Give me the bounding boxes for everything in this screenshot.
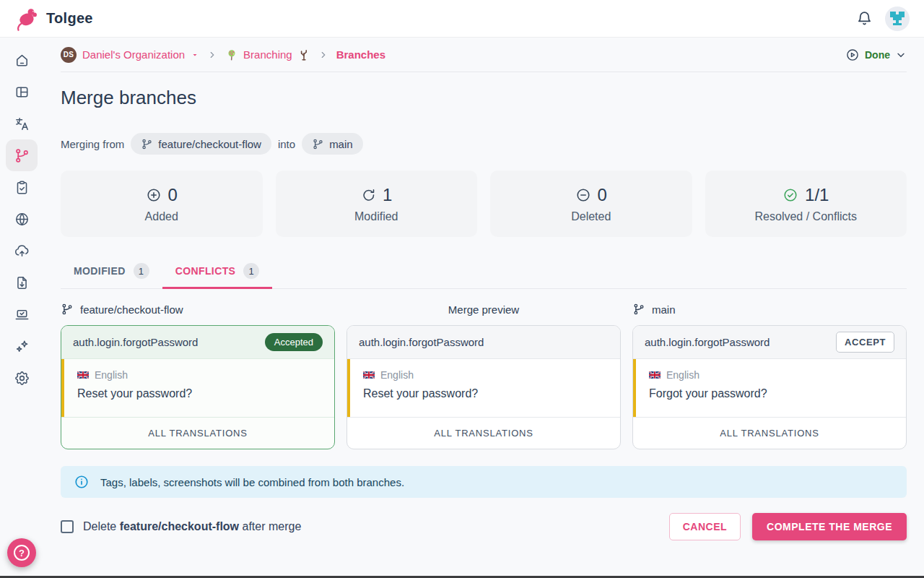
translation-state-stripe bbox=[347, 359, 350, 417]
breadcrumb-organization[interactable]: DS Daniel's Organization bbox=[61, 47, 199, 63]
stat-card-deleted: 0 Deleted bbox=[490, 171, 692, 237]
delete-branch-label[interactable]: Delete feature/checkout-flow after merge bbox=[83, 520, 301, 533]
sidebar-item-integrate[interactable] bbox=[6, 298, 38, 330]
conflict-cards: auth.login.forgotPassword Accepted bbox=[61, 325, 907, 449]
language-label: English bbox=[666, 369, 699, 381]
info-banner-text: Tags, labels, screenshots will be combin… bbox=[100, 476, 404, 488]
git-branch-icon bbox=[14, 147, 30, 164]
cancel-button[interactable]: CANCEL bbox=[669, 513, 741, 540]
target-branch-chip: main bbox=[302, 133, 363, 155]
column-header-target: main bbox=[632, 303, 907, 316]
tab-label: CONFLICTS bbox=[175, 265, 236, 277]
notifications-button[interactable] bbox=[855, 9, 873, 27]
card-body: English Forgot your password? bbox=[633, 359, 906, 417]
sidebar-item-branches[interactable] bbox=[6, 139, 38, 171]
column-header-preview: Merge preview bbox=[346, 303, 621, 316]
caret-down-icon bbox=[191, 51, 199, 59]
file-download-icon bbox=[14, 275, 30, 291]
accepted-badge[interactable]: Accepted bbox=[265, 333, 323, 351]
card-body: English Reset your password? bbox=[61, 359, 334, 417]
info-circle-icon bbox=[74, 474, 90, 490]
sidebar-item-board[interactable] bbox=[6, 76, 38, 108]
complete-merge-button[interactable]: COMPLETE THE MERGE bbox=[752, 513, 907, 540]
target-branch-name: main bbox=[329, 138, 353, 150]
tab-modified[interactable]: MODIFIED 1 bbox=[61, 255, 162, 288]
all-translations-button[interactable]: ALL TRANSLATIONS bbox=[347, 417, 620, 449]
translation-text: Reset your password? bbox=[77, 387, 323, 400]
board-layout-icon bbox=[14, 84, 30, 100]
delete-label-branch: feature/checkout-flow bbox=[120, 520, 239, 532]
sidebar bbox=[0, 38, 43, 578]
delete-label-suffix: after merge bbox=[243, 520, 302, 532]
card-body: English Reset your password? bbox=[347, 359, 620, 417]
sidebar-item-languages[interactable] bbox=[6, 203, 38, 235]
bell-icon bbox=[855, 9, 873, 27]
sidebar-item-export[interactable] bbox=[6, 267, 38, 298]
translation-text: Reset your password? bbox=[363, 387, 609, 400]
tolgee-mouse-icon bbox=[14, 7, 39, 31]
info-banner: Tags, labels, screenshots will be combin… bbox=[61, 466, 907, 498]
tab-conflicts[interactable]: CONFLICTS 1 bbox=[162, 255, 273, 288]
column-header-source: feature/checkout-flow bbox=[61, 303, 335, 316]
git-branch-icon bbox=[61, 303, 74, 316]
stat-label: Deleted bbox=[571, 210, 611, 223]
state-filter-dropdown[interactable]: Done bbox=[845, 48, 907, 62]
translation-key: auth.login.forgotPassword bbox=[73, 336, 198, 348]
circle-minus-icon bbox=[575, 187, 591, 203]
source-branch-chip: feature/checkout-flow bbox=[131, 133, 271, 155]
sidebar-item-ai[interactable] bbox=[6, 330, 38, 362]
git-branch-icon bbox=[312, 138, 324, 150]
tab-label: MODIFIED bbox=[74, 265, 126, 277]
card-header: auth.login.forgotPassword Accepted bbox=[61, 326, 334, 359]
branches-page-label: Branches bbox=[336, 48, 385, 61]
sidebar-item-publish[interactable] bbox=[6, 235, 38, 267]
stat-value: 1/1 bbox=[805, 185, 829, 205]
column-title: feature/checkout-flow bbox=[80, 303, 183, 316]
card-header: auth.login.forgotPassword bbox=[347, 326, 620, 359]
tab-count-badge: 1 bbox=[243, 263, 259, 279]
sidebar-item-home[interactable] bbox=[6, 44, 38, 76]
merge-stats: 0 Added 1 Modified 0 bbox=[61, 171, 907, 237]
chevron-right-icon bbox=[207, 50, 217, 60]
all-translations-button[interactable]: ALL TRANSLATIONS bbox=[61, 417, 334, 449]
delete-label-prefix: Delete bbox=[83, 520, 120, 532]
bare-tree-icon bbox=[297, 48, 310, 61]
chevron-down-icon bbox=[895, 49, 907, 61]
clipboard-check-icon bbox=[14, 179, 30, 196]
uk-flag-icon bbox=[77, 371, 89, 379]
uk-flag-icon bbox=[363, 371, 375, 379]
git-branch-icon bbox=[632, 303, 645, 316]
column-title: Merge preview bbox=[448, 303, 519, 316]
language-label: English bbox=[380, 369, 414, 381]
delete-branch-checkbox[interactable] bbox=[61, 520, 74, 533]
card-header: auth.login.forgotPassword ACCEPT bbox=[633, 326, 906, 359]
breadcrumb: DS Daniel's Organization B bbox=[61, 38, 907, 72]
question-mark-icon: ? bbox=[14, 545, 30, 561]
breadcrumb-project[interactable]: Branching bbox=[225, 48, 310, 61]
breadcrumb-branches[interactable]: Branches bbox=[336, 48, 385, 61]
org-avatar: DS bbox=[61, 47, 77, 63]
translation-key: auth.login.forgotPassword bbox=[645, 336, 770, 348]
play-circle-icon bbox=[845, 48, 860, 62]
accept-button[interactable]: ACCEPT bbox=[836, 332, 894, 353]
circle-plus-icon bbox=[146, 187, 162, 203]
uk-flag-icon bbox=[649, 371, 661, 379]
cloud-upload-icon bbox=[14, 243, 30, 259]
tolgee-logo[interactable]: Tolgee bbox=[14, 7, 93, 31]
stat-value: 1 bbox=[383, 185, 392, 205]
identicon-icon bbox=[890, 12, 905, 26]
sidebar-item-settings[interactable] bbox=[6, 362, 38, 394]
sidebar-item-tasks[interactable] bbox=[6, 171, 38, 203]
column-headers: feature/checkout-flow Merge preview main bbox=[61, 303, 907, 316]
user-avatar[interactable] bbox=[885, 7, 910, 31]
top-bar: Tolgee bbox=[0, 0, 924, 38]
translation-state-stripe bbox=[633, 359, 636, 417]
column-title: main bbox=[652, 303, 676, 316]
sidebar-item-translations[interactable] bbox=[6, 108, 38, 139]
git-branch-icon bbox=[141, 138, 153, 150]
translation-text: Forgot your password? bbox=[649, 387, 894, 400]
help-button[interactable]: ? bbox=[7, 538, 36, 567]
all-translations-button[interactable]: ALL TRANSLATIONS bbox=[633, 417, 906, 449]
org-name: Daniel's Organization bbox=[82, 48, 185, 61]
refresh-icon bbox=[360, 187, 376, 203]
